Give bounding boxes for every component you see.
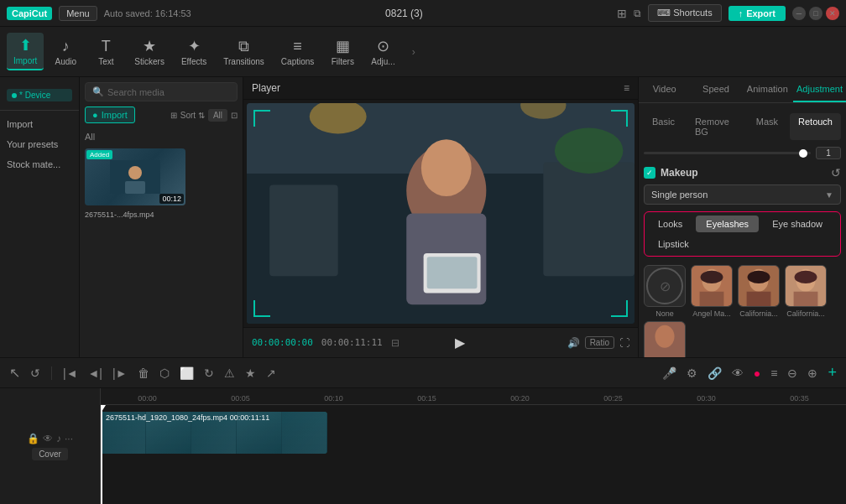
play-button[interactable]: ▶ xyxy=(455,335,465,351)
tl-split-tool[interactable]: |◄ xyxy=(60,364,81,382)
filter-icon[interactable]: ⊡ xyxy=(231,111,238,120)
device-tag[interactable]: * Device xyxy=(7,89,72,101)
tl-split-right-tool[interactable]: ◄| xyxy=(86,364,106,382)
sub-tab-retouch[interactable]: Retouch xyxy=(790,113,841,140)
tl-warning-tool[interactable]: ⚠ xyxy=(222,364,238,382)
slider-handle[interactable] xyxy=(799,149,807,158)
tl-eye-icon[interactable]: 👁 xyxy=(729,364,746,382)
shortcuts-button[interactable]: ⌨ Shortcuts xyxy=(648,4,722,22)
tool-import[interactable]: ⬆ Import xyxy=(7,33,44,70)
sidebar-item-presets[interactable]: Your presets xyxy=(0,134,79,154)
tl-add-icon[interactable]: + xyxy=(825,361,839,384)
tab-animation[interactable]: Animation xyxy=(742,77,793,102)
tool-captions[interactable]: ≡ Captions xyxy=(274,34,321,70)
preset-row2-item1[interactable] xyxy=(644,321,686,357)
tl-rotate-tool[interactable]: ↻ xyxy=(201,364,217,382)
tool-effects[interactable]: ✦ Effects xyxy=(175,34,213,70)
slider-value-input[interactable]: 1 xyxy=(816,147,841,159)
timeline-main: 00:00 00:05 00:10 00:15 00:20 00:25 00:3… xyxy=(101,388,846,504)
export-button[interactable]: ↑ Export xyxy=(728,6,786,21)
tab-adjustment[interactable]: Adjustment xyxy=(793,77,846,102)
import-button[interactable]: ● Import xyxy=(85,107,135,123)
tl-zoom-in-icon[interactable]: ⊕ xyxy=(805,364,820,382)
timeline-clip[interactable]: 2675511-hd_1920_1080_24fps.mp4 00:00:11:… xyxy=(101,412,327,454)
sub-tab-basic[interactable]: Basic xyxy=(644,113,683,140)
layout-icon[interactable]: ⊞ xyxy=(617,7,627,20)
timeline-track-info-panel: 🔒 👁 ♪ ··· Cover xyxy=(0,388,101,504)
tl-cursor-tool[interactable]: ↖ xyxy=(7,362,23,383)
tab-speed[interactable]: Speed xyxy=(690,77,741,102)
tool-audio-label: Audio xyxy=(55,57,77,66)
cat-tab-lipstick[interactable]: Lipstick xyxy=(648,236,699,252)
tl-freeze-tool[interactable]: ⬡ xyxy=(157,364,172,382)
tl-speed-tool[interactable]: ↗ xyxy=(264,364,279,382)
preset-thumb-none: ⊘ xyxy=(644,265,686,307)
toolbar-expand[interactable]: › xyxy=(405,46,422,58)
track-audio-icon[interactable]: ♪ xyxy=(56,433,61,444)
player-right-controls: 🔊 Ratio ⛶ xyxy=(567,336,629,349)
sort-label[interactable]: Sort ⇅ xyxy=(180,111,205,120)
makeup-checkbox[interactable]: ✓ xyxy=(644,167,655,179)
sidebar-item-import[interactable]: Import xyxy=(0,114,79,134)
cat-tab-eyeshadow[interactable]: Eye shadow xyxy=(762,216,833,232)
cat-tab-eyelashes[interactable]: Eyelashes xyxy=(696,216,759,232)
tool-text-label: Text xyxy=(98,57,113,66)
minimize-button[interactable]: ─ xyxy=(792,7,806,20)
tl-mic-icon[interactable]: 🎤 xyxy=(660,364,679,382)
tl-split-left-tool[interactable]: |► xyxy=(110,364,130,382)
preset-angel[interactable]: Angel Ma... xyxy=(691,265,733,318)
tl-crop-tool[interactable]: ⬜ xyxy=(177,364,196,382)
sub-tab-removebg[interactable]: Remove BG xyxy=(687,113,744,140)
maximize-button[interactable]: □ xyxy=(809,7,822,20)
cat-tab-looks[interactable]: Looks xyxy=(648,216,692,232)
preset-california2[interactable]: California... xyxy=(785,265,827,318)
all-filter[interactable]: All xyxy=(208,109,227,122)
tl-link-icon[interactable]: 🔗 xyxy=(705,364,724,382)
tl-zoom-out-icon[interactable]: ⊖ xyxy=(785,364,800,382)
track-lock-icon[interactable]: 🔒 xyxy=(27,433,39,444)
right-panel: Video Speed Animation Adjustment Basic R… xyxy=(638,77,846,357)
player-menu-icon[interactable]: ≡ xyxy=(624,82,629,94)
mark-5: 00:05 xyxy=(194,394,287,403)
volume-icon[interactable]: 🔊 xyxy=(567,337,580,349)
preset-none[interactable]: ⊘ None xyxy=(644,265,686,318)
fullscreen-icon[interactable]: ⛶ xyxy=(619,337,629,349)
track-eye-icon[interactable]: 👁 xyxy=(43,433,53,444)
tl-menu-icon[interactable]: ≡ xyxy=(768,364,780,382)
tl-record-icon[interactable]: ● xyxy=(751,364,763,382)
search-input[interactable]: 🔍 Search media xyxy=(85,82,238,101)
preset-california1[interactable]: California... xyxy=(738,265,780,318)
tl-keyframe-tool[interactable]: ★ xyxy=(243,364,258,382)
preset-california2-label: California... xyxy=(786,309,825,318)
tool-filters[interactable]: ▦ Filters xyxy=(324,34,361,70)
grid-icon[interactable]: ⊞ xyxy=(170,111,177,120)
player-title: Player xyxy=(252,82,280,94)
timeline-icon: ⊟ xyxy=(391,337,400,349)
media-controls-right: ⊞ Sort ⇅ All ⊡ xyxy=(170,109,238,122)
sidebar-item-stock[interactable]: Stock mate... xyxy=(0,154,79,174)
tool-text[interactable]: T Text xyxy=(87,34,124,70)
media-thumbnail[interactable]: Added 00:12 xyxy=(85,148,185,205)
preset-none-label: None xyxy=(655,309,674,318)
track-more-icon[interactable]: ··· xyxy=(65,433,73,444)
media-controls: ● Import ⊞ Sort ⇅ All ⊡ xyxy=(80,107,243,128)
tool-transitions[interactable]: ⧉ Transitions xyxy=(217,34,271,70)
makeup-reset-icon[interactable]: ↺ xyxy=(831,166,841,179)
tool-audio[interactable]: ♪ Audio xyxy=(47,34,84,70)
svg-rect-18 xyxy=(700,292,724,307)
ratio-button[interactable]: Ratio xyxy=(585,336,614,349)
titlebar: CapiCut Menu Auto saved: 16:14:53 0821 (… xyxy=(0,0,846,27)
person-dropdown[interactable]: Single person ▼ xyxy=(644,184,841,205)
close-button[interactable]: ✕ xyxy=(826,7,839,20)
import-icon: ⬆ xyxy=(19,36,32,55)
tl-undo-button[interactable]: ↺ xyxy=(28,364,43,382)
mark-35: 00:35 xyxy=(753,394,846,403)
sub-tab-mask[interactable]: Mask xyxy=(748,113,786,140)
expand-icon[interactable]: ⧉ xyxy=(634,8,641,19)
menu-button[interactable]: Menu xyxy=(59,6,97,21)
tool-stickers[interactable]: ★ Stickers xyxy=(128,34,171,70)
tool-adjustment[interactable]: ⊙ Adju... xyxy=(364,34,401,70)
tl-delete-tool[interactable]: 🗑 xyxy=(135,364,152,382)
tl-settings-icon[interactable]: ⚙ xyxy=(684,364,700,382)
tab-video[interactable]: Video xyxy=(639,77,690,102)
